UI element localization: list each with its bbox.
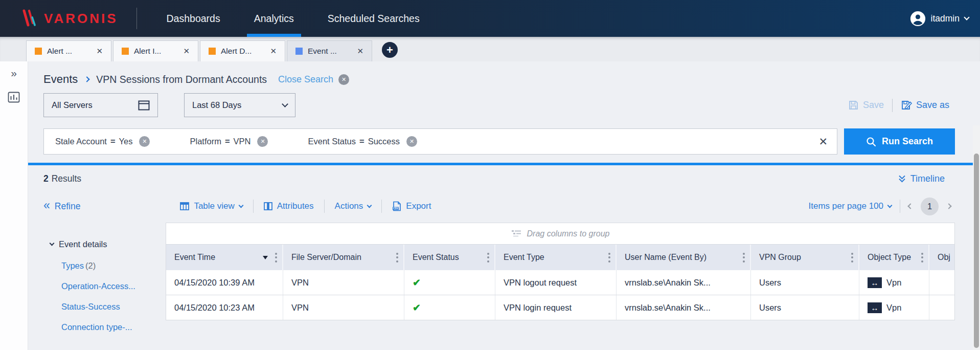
column-menu-icon[interactable] bbox=[396, 253, 398, 262]
filter-chip-event-status[interactable]: Event Status = Success ✕ bbox=[308, 136, 417, 147]
tab-label: Alert I... bbox=[134, 47, 177, 56]
column-label: Obj bbox=[938, 253, 950, 262]
column-header-file-server[interactable]: File Server/Domain bbox=[283, 245, 404, 270]
tab-close-icon[interactable]: ✕ bbox=[270, 47, 277, 56]
drag-columns-dropzone[interactable]: Drag columns to group bbox=[166, 223, 954, 245]
actions-menu[interactable]: Actions bbox=[335, 201, 372, 211]
breadcrumb-current: VPN Sessions from Dormant Accounts bbox=[96, 74, 267, 85]
search-icon bbox=[866, 137, 876, 147]
tab-event-active[interactable]: Event ... ✕ bbox=[287, 40, 372, 61]
time-range-chevron-down-icon bbox=[282, 101, 288, 107]
chip-remove-icon[interactable]: ✕ bbox=[139, 136, 150, 147]
table-view-menu[interactable]: Table view bbox=[180, 201, 242, 211]
export-label: Export bbox=[406, 201, 431, 211]
actions-label: Actions bbox=[335, 201, 363, 211]
refine-label: Refine bbox=[55, 201, 81, 212]
column-header-user-name[interactable]: User Name (Event By) bbox=[617, 245, 751, 270]
column-menu-icon[interactable] bbox=[275, 253, 277, 262]
close-search-link[interactable]: Close Search bbox=[278, 74, 333, 85]
vertical-scrollbar[interactable] bbox=[973, 125, 980, 350]
sort-desc-icon bbox=[263, 256, 268, 259]
clear-filters-icon[interactable]: ✕ bbox=[818, 136, 828, 148]
tab-close-icon[interactable]: ✕ bbox=[183, 47, 190, 56]
saved-searches-panel-icon[interactable] bbox=[8, 92, 20, 103]
chip-remove-icon[interactable]: ✕ bbox=[257, 136, 268, 147]
column-header-event-type[interactable]: Event Type bbox=[495, 245, 617, 270]
items-per-page-select[interactable]: Items per page 100 bbox=[809, 201, 892, 211]
breadcrumb-root[interactable]: Events bbox=[43, 73, 78, 86]
filter-chip-platform[interactable]: Platform = VPN ✕ bbox=[190, 136, 268, 147]
column-label: File Server/Domain bbox=[291, 253, 361, 262]
tab-alert-3[interactable]: Alert D... ✕ bbox=[200, 40, 285, 61]
column-menu-icon[interactable] bbox=[921, 253, 923, 262]
column-menu-icon[interactable] bbox=[743, 253, 745, 262]
tab-close-icon[interactable]: ✕ bbox=[96, 47, 103, 56]
filter-chip-stale-account[interactable]: Stale Account = Yes ✕ bbox=[55, 136, 150, 147]
cell-object-type: ↔ Vpn bbox=[859, 295, 929, 320]
column-header-event-time[interactable]: Event Time bbox=[166, 245, 283, 270]
varonis-logo[interactable]: VARONIS bbox=[19, 8, 118, 29]
chip-value: VPN bbox=[234, 137, 251, 146]
object-type-label: Vpn bbox=[886, 303, 901, 313]
cell-event-type: VPN login request bbox=[495, 295, 617, 320]
cell-user-name: vrnslab.se\Anakin Sk... bbox=[617, 295, 751, 320]
column-header-vpn-group[interactable]: VPN Group bbox=[751, 245, 859, 270]
tab-alert-2[interactable]: Alert I... ✕ bbox=[113, 40, 198, 61]
toolbar-separator bbox=[900, 200, 900, 213]
tab-close-icon[interactable]: ✕ bbox=[357, 47, 363, 56]
column-header-event-status[interactable]: Event Status bbox=[404, 245, 495, 270]
new-tab-button[interactable]: + bbox=[382, 42, 398, 58]
nav-analytics[interactable]: Analytics bbox=[247, 0, 301, 37]
attributes-icon bbox=[264, 202, 272, 210]
column-label: User Name (Event By) bbox=[625, 253, 706, 262]
timeline-toggle[interactable]: Timeline bbox=[898, 173, 945, 184]
timeline-label: Timeline bbox=[910, 173, 945, 184]
refine-group-label: Event details bbox=[59, 239, 107, 249]
expand-panel-button[interactable]: » bbox=[11, 68, 17, 78]
success-check-icon: ✔ bbox=[413, 302, 421, 314]
table-row[interactable]: 04/15/2020 10:39 AM VPN ✔ VPN logout req… bbox=[166, 270, 954, 295]
run-search-button[interactable]: Run Search bbox=[844, 128, 955, 155]
chip-field: Platform bbox=[190, 137, 221, 146]
chip-remove-icon[interactable]: ✕ bbox=[406, 136, 417, 147]
cell-file-server: VPN bbox=[283, 295, 404, 320]
column-header-object-type[interactable]: Object Type bbox=[859, 245, 929, 270]
chip-operator: = bbox=[359, 137, 364, 146]
tab-alert-1[interactable]: Alert ... ✕ bbox=[26, 40, 111, 61]
refine-link-connection-type[interactable]: Connection type-... bbox=[61, 322, 132, 332]
refine-link-operation[interactable]: Operation-Access... bbox=[61, 281, 135, 291]
next-page-icon[interactable] bbox=[946, 203, 951, 209]
table-row[interactable]: 04/15/2020 10:23 AM VPN ✔ VPN login requ… bbox=[166, 295, 954, 320]
nav-dashboards[interactable]: Dashboards bbox=[159, 0, 227, 37]
chip-operator: = bbox=[110, 137, 116, 146]
column-menu-icon[interactable] bbox=[487, 253, 489, 262]
items-per-page-label: Items per page 100 bbox=[809, 201, 883, 211]
column-menu-icon[interactable] bbox=[851, 253, 853, 262]
user-menu[interactable]: itadmin bbox=[910, 11, 969, 27]
previous-page-icon[interactable] bbox=[907, 203, 913, 209]
current-page-badge[interactable]: 1 bbox=[921, 198, 939, 215]
save-as-button[interactable]: Save as bbox=[901, 100, 949, 111]
results-count: 2 bbox=[43, 173, 49, 184]
refine-group-event-details[interactable]: Event details bbox=[50, 239, 107, 249]
alert-tab-square-icon bbox=[122, 48, 129, 55]
pagination-area: Items per page 100 1 bbox=[809, 198, 951, 215]
column-menu-icon[interactable] bbox=[608, 253, 610, 262]
server-filter-select[interactable]: All Servers bbox=[43, 93, 158, 117]
refine-link-types[interactable]: Types(2) bbox=[61, 261, 96, 271]
export-button[interactable]: CSV Export bbox=[392, 201, 431, 211]
save-group: Save Save as bbox=[848, 93, 949, 117]
breadcrumb: Events VPN Sessions from Dormant Account… bbox=[43, 70, 349, 89]
nav-scheduled-searches[interactable]: Scheduled Searches bbox=[321, 0, 427, 37]
close-search-x-icon[interactable]: ✕ bbox=[338, 74, 349, 85]
refine-toggle[interactable]: « Refine bbox=[43, 201, 80, 212]
filter-bar[interactable]: Stale Account = Yes ✕ Platform = VPN ✕ E… bbox=[43, 128, 837, 155]
column-header-obj-truncated[interactable]: Obj bbox=[929, 245, 955, 270]
refine-link-status[interactable]: Status-Success bbox=[61, 302, 120, 312]
time-range-select[interactable]: Last 68 Days bbox=[184, 93, 295, 117]
attributes-button[interactable]: Attributes bbox=[264, 201, 314, 211]
save-icon bbox=[848, 100, 859, 111]
breadcrumb-chevron-icon bbox=[84, 76, 90, 82]
save-button[interactable]: Save bbox=[848, 100, 884, 111]
scrollbar-thumb[interactable] bbox=[974, 154, 979, 348]
